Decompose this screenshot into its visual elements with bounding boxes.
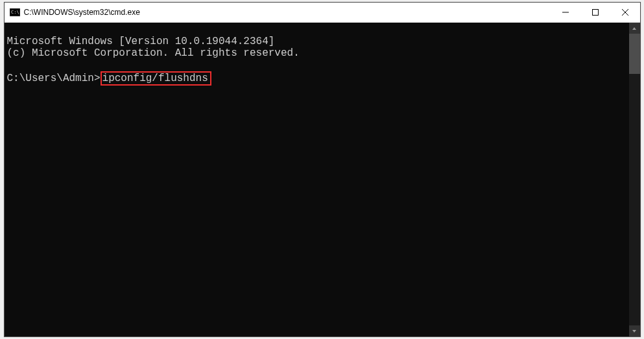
maximize-button[interactable] [580, 3, 610, 22]
svg-marker-6 [632, 27, 636, 30]
console-content: Microsoft Windows [Version 10.0.19044.23… [5, 23, 640, 99]
svg-rect-3 [592, 10, 598, 16]
scrollbar-track[interactable] [629, 34, 640, 325]
console-version-line: Microsoft Windows [Version 10.0.19044.23… [7, 36, 275, 47]
minimize-button[interactable] [551, 3, 580, 22]
cmd-icon: C:\ [10, 7, 20, 18]
window-title: C:\WINDOWS\system32\cmd.exe [24, 8, 551, 17]
highlighted-command: ipconfig/flushdns [101, 71, 211, 86]
scrollbar-thumb[interactable] [629, 34, 640, 74]
scroll-down-button[interactable] [629, 325, 640, 336]
prompt: C:\Users\Admin> [7, 73, 101, 84]
close-button[interactable] [610, 3, 640, 22]
vertical-scrollbar[interactable] [629, 23, 640, 336]
console-area[interactable]: Microsoft Windows [Version 10.0.19044.23… [5, 23, 640, 336]
window-controls [551, 3, 640, 22]
scroll-up-button[interactable] [629, 23, 640, 34]
svg-marker-7 [632, 330, 636, 333]
blank-line [7, 59, 638, 71]
svg-text:C:\: C:\ [11, 10, 19, 15]
titlebar[interactable]: C:\ C:\WINDOWS\system32\cmd.exe [5, 3, 640, 23]
cmd-window: C:\ C:\WINDOWS\system32\cmd.exe Microsof… [4, 2, 641, 337]
console-copyright-line: (c) Microsoft Corporation. All rights re… [7, 47, 300, 59]
